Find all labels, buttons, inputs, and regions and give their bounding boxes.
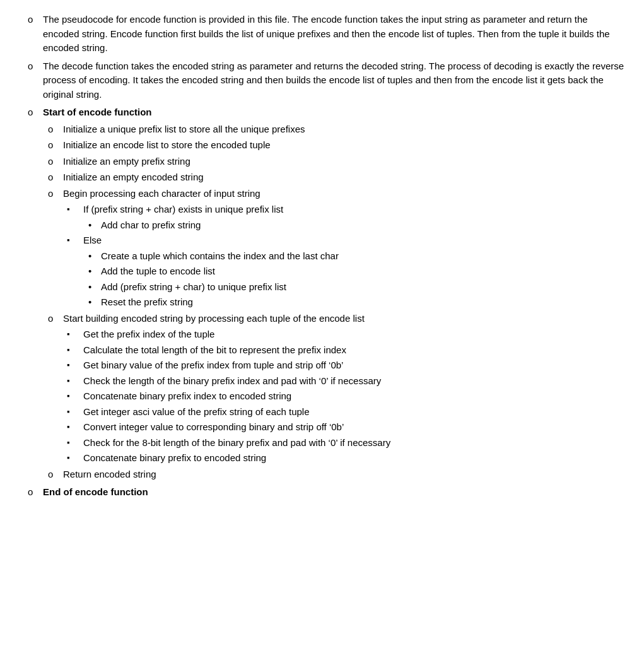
init-encode-text: Initialize an encode list to store the e… [63,139,271,150]
list-item-else: Else Create a tuple which contains the i… [63,233,624,310]
list-item-check-8bit: Check for the 8-bit length of the binary… [63,436,624,450]
calc-total-length-text: Calculate the total length of the bit to… [83,344,346,355]
get-integer-asci-text: Get integer asci value of the prefix str… [83,406,310,417]
check-8bit-text: Check for the 8-bit length of the binary… [83,437,390,448]
add-prefix-char-text: Add (prefix string + char) to unique pre… [101,281,286,292]
list-item-add-char: Add char to prefix string [83,218,624,233]
list-item-if-prefix: If (prefix string + char) exists in uniq… [63,203,624,232]
create-tuple-text: Create a tuple which contains the index … [101,250,339,261]
main-content: The pseudocode for encode function is pr… [19,13,624,500]
list-item-return-encoded: Return encoded string [43,467,624,482]
return-encoded-text: Return encoded string [63,469,156,479]
init-prefix-text: Initialize an empty prefix string [63,156,190,167]
list-item-calc-total-length: Calculate the total length of the bit to… [63,343,624,358]
check-length-text: Check the length of the binary prefix in… [83,375,381,386]
list-item-concat-prefix: Concatenate binary prefix to encoded str… [63,451,624,466]
add-char-text: Add char to prefix string [101,220,201,230]
list-item-end-encode: End of encode function [25,485,624,500]
list-item-reset-prefix: Reset the prefix string [83,295,624,310]
init-encoded-text: Initialize an empty encoded string [63,172,204,182]
list-item-get-binary: Get binary value of the prefix index fro… [63,358,624,373]
list-item-create-tuple: Create a tuple which contains the index … [83,249,624,264]
list-item-check-length: Check the length of the binary prefix in… [63,374,624,389]
list-item-add-prefix-char: Add (prefix string + char) to unique pre… [83,280,624,295]
convert-integer-text: Convert integer value to corresponding b… [83,421,344,432]
reset-prefix-text: Reset the prefix string [101,297,193,307]
get-binary-text: Get binary value of the prefix index fro… [83,360,343,370]
end-encode-label: End of encode function [43,486,148,497]
encode-children-list: Initialize a unique prefix list to store… [43,122,624,482]
add-tuple-text: Add the tuple to encode list [101,266,215,276]
list-item-add-tuple: Add the tuple to encode list [83,264,624,279]
list-item-start-encode: Start of encode function Initialize a un… [25,105,624,481]
if-children-list: Add char to prefix string [83,218,624,233]
start-building-text: Start building encoded string by process… [63,313,365,324]
list-item-pseudocode: The pseudocode for encode function is pr… [25,13,624,56]
list-item-start-building: Start building encoded string by process… [43,312,624,466]
concat-prefix-text: Concatenate binary prefix to encoded str… [83,452,266,463]
else-children-list: Create a tuple which contains the index … [83,249,624,310]
list-item-begin-processing: Begin processing each character of input… [43,187,624,310]
list-item-convert-integer: Convert integer value to corresponding b… [63,420,624,435]
processing-children-list: If (prefix string + char) exists in uniq… [63,203,624,310]
list-item-init-encoded: Initialize an empty encoded string [43,170,624,185]
begin-processing-text: Begin processing each character of input… [63,188,261,199]
concat-binary-text: Concatenate binary prefix index to encod… [83,391,291,401]
list-item-get-integer-asci: Get integer asci value of the prefix str… [63,405,624,420]
list-item-decode: The decode function takes the encoded st… [25,59,624,102]
pseudocode-text: The pseudocode for encode function is pr… [43,14,610,53]
top-level-list: The pseudocode for encode function is pr… [19,13,624,500]
list-item-init-encode: Initialize an encode list to store the e… [43,138,624,153]
building-children-list: Get the prefix index of the tuple Calcul… [63,327,624,466]
list-item-init-prefix: Initialize an empty prefix string [43,155,624,169]
list-item-get-prefix-index: Get the prefix index of the tuple [63,327,624,342]
list-item-init-unique: Initialize a unique prefix list to store… [43,122,624,137]
start-encode-label: Start of encode function [43,107,152,117]
list-item-concat-binary: Concatenate binary prefix index to encod… [63,389,624,404]
else-text: Else [83,235,102,245]
if-prefix-text: If (prefix string + char) exists in uniq… [83,204,283,214]
init-unique-text: Initialize a unique prefix list to store… [63,124,305,134]
decode-text: The decode function takes the encoded st… [43,61,624,100]
get-prefix-index-text: Get the prefix index of the tuple [83,329,214,339]
